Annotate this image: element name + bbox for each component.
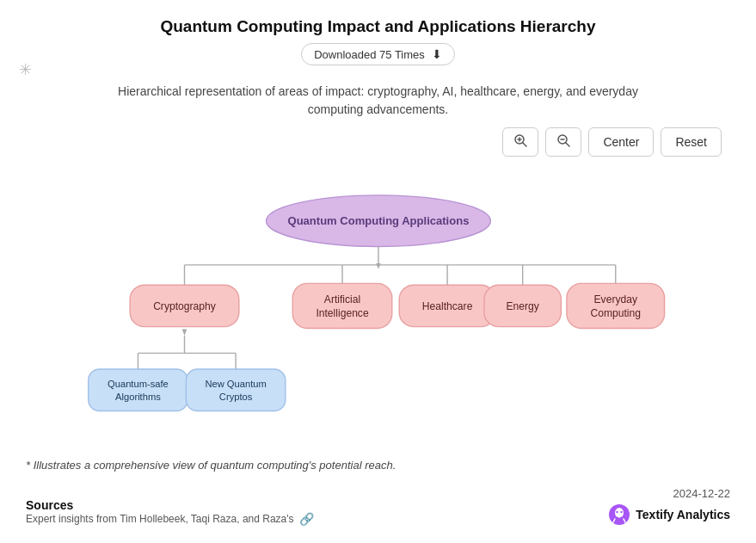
svg-point-42	[617, 511, 618, 513]
hierarchy-diagram: Quantum Computing Applications Cryptogra…	[26, 165, 730, 445]
svg-point-41	[615, 508, 624, 518]
page: Quantum Computing Impact and Application…	[0, 0, 756, 543]
date-text: 2024-12-22	[673, 487, 731, 500]
svg-text:Everyday: Everyday	[594, 293, 638, 305]
header: Quantum Computing Impact and Application…	[26, 17, 730, 65]
svg-text:Healthcare: Healthcare	[422, 300, 473, 312]
snowflake-icon: ✳	[19, 60, 32, 79]
brand-name: Textify Analytics	[636, 508, 730, 521]
svg-rect-19	[292, 283, 392, 328]
svg-text:Cryptography: Cryptography	[153, 300, 217, 312]
link-icon[interactable]: 🔗	[299, 512, 314, 526]
diagram-area: Quantum Computing Applications Cryptogra…	[26, 165, 730, 445]
center-button[interactable]: Center	[588, 127, 654, 157]
svg-text:Artificial: Artificial	[324, 293, 360, 305]
svg-text:Cryptos: Cryptos	[219, 392, 253, 402]
svg-text:Intelligence: Intelligence	[316, 307, 369, 319]
svg-line-1	[523, 143, 526, 146]
svg-marker-29	[182, 329, 187, 335]
toolbar: Center Reset	[26, 127, 730, 157]
brand-logo-icon	[608, 503, 630, 526]
svg-text:Computing: Computing	[590, 307, 641, 319]
reset-button[interactable]: Reset	[661, 127, 722, 157]
sources-title: Sources	[26, 498, 314, 512]
sources-block: Sources Expert insights from Tim Hollebe…	[26, 498, 314, 526]
sources-text: Expert insights from Tim Hollebeek, Taqi…	[26, 512, 314, 526]
svg-point-43	[621, 511, 623, 513]
svg-text:Algorithms: Algorithms	[115, 392, 161, 402]
footnote: * Illustrates a comprehensive view of qu…	[26, 459, 730, 472]
zoom-in-button[interactable]	[502, 127, 538, 157]
download-badge: Downloaded 75 Times ⬇	[301, 43, 455, 65]
svg-line-5	[566, 143, 569, 146]
svg-marker-16	[376, 263, 381, 269]
sources-content: Expert insights from Tim Hollebeek, Taqi…	[26, 513, 294, 525]
svg-text:Quantum-safe: Quantum-safe	[108, 379, 169, 389]
brand: Textify Analytics	[608, 503, 730, 526]
zoom-out-button[interactable]	[545, 127, 581, 157]
page-title: Quantum Computing Impact and Application…	[26, 17, 730, 36]
svg-text:Quantum Computing Applications: Quantum Computing Applications	[288, 214, 470, 227]
svg-rect-34	[89, 369, 188, 410]
footer-right: 2024-12-22 Textify Analytics	[608, 487, 730, 526]
footer: Sources Expert insights from Tim Hollebe…	[26, 484, 730, 526]
svg-rect-37	[186, 369, 286, 410]
svg-rect-26	[567, 283, 665, 328]
download-count: Downloaded 75 Times	[314, 48, 425, 61]
svg-text:Energy: Energy	[506, 300, 539, 312]
download-icon: ⬇	[432, 47, 442, 61]
svg-text:New Quantum: New Quantum	[205, 379, 266, 389]
description: Hierarchical representation of areas of …	[112, 83, 645, 119]
